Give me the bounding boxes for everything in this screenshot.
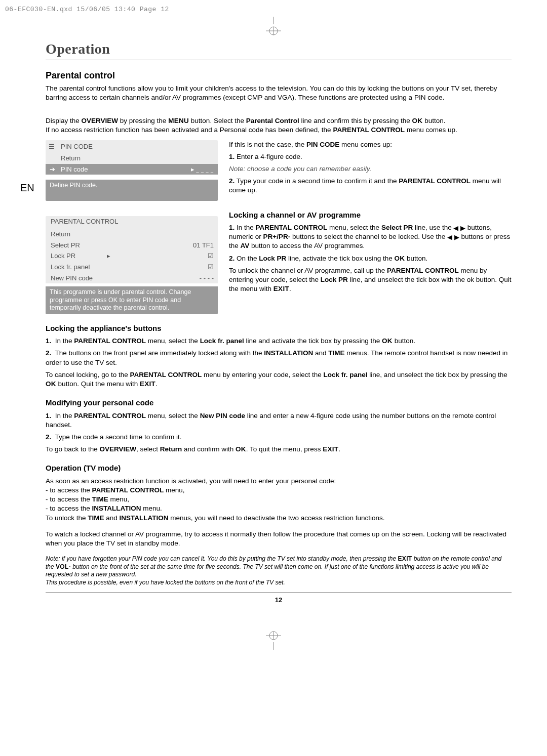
note-remember-code: Note: choose a code you can remember eas… <box>229 164 512 174</box>
list-item: to access the TIME menu, <box>46 495 512 504</box>
step-1: 1. In the PARENTAL CONTROL menu, select … <box>46 337 512 346</box>
watch-locked-text: To watch a locked channel or AV programm… <box>46 530 512 548</box>
osd-item: Lock PR ▸ <box>51 251 110 261</box>
checkbox-icon: ☑ <box>208 251 214 261</box>
osd-info: Define PIN code. <box>46 180 218 192</box>
op-tv-intro: As soon as an access restriction functio… <box>46 477 512 486</box>
osd-item: Return <box>51 230 70 239</box>
checkbox-icon: ☑ <box>208 263 214 272</box>
osd-item: Return <box>61 154 81 163</box>
prepress-slug: 06-EFC030-EN.qxd 15/06/05 13:40 Page 12 <box>0 0 547 14</box>
step-1: 1. Enter a 4-figure code. <box>229 152 512 161</box>
language-tab: EN <box>20 181 34 195</box>
step-2: 2. Type your code in a second time to co… <box>229 177 512 195</box>
osd-parental-control-menu: PARENTAL CONTROL Return Select PR01 TF1 … <box>46 216 218 314</box>
osd-value: - - - - <box>200 274 214 283</box>
crop-mark-bottom <box>0 624 547 650</box>
osd-item: New PIN code <box>51 274 93 283</box>
osd-title: PIN CODE <box>61 143 93 150</box>
subsection-heading: Locking a channel or AV programme <box>229 210 512 220</box>
cancel-locking-text: To cancel locking, go to the PARENTAL CO… <box>46 370 512 389</box>
footnote: Note: if you have forgotten your PIN cod… <box>46 555 512 586</box>
osd-info: This programme is under parental control… <box>46 286 218 314</box>
step-2: 2. The buttons on the front panel are im… <box>46 349 512 367</box>
pin-code-menu-text: If this is not the case, the PIN CODE me… <box>229 140 512 149</box>
step-2: 2. On the Lock PR line, activate the tic… <box>229 254 512 263</box>
access-list: to access the PARENTAL CONTROL menu, to … <box>46 486 512 514</box>
osd-pin-code-menu: ☰PIN CODE Return ➔PIN code▸ _ _ _ _ Defi… <box>46 140 218 201</box>
display-overview-instruction: Display the OVERVIEW by pressing the MEN… <box>46 116 512 125</box>
page-number: 12 <box>46 593 512 605</box>
osd-item: Lock fr. panel <box>51 263 90 272</box>
osd-item: Select PR <box>51 241 80 250</box>
osd-item-selected: PIN code <box>61 165 88 174</box>
unlock-channel-text: To unlock the channel or AV programme, c… <box>229 266 512 294</box>
arrow-right-icon: ➔ <box>50 165 55 174</box>
go-back-text: To go back to the OVERVIEW, select Retur… <box>46 445 512 454</box>
list-item: to access the PARENTAL CONTROL menu, <box>46 486 512 495</box>
unlock-menus-text: To unlock the TIME and INSTALLATION menu… <box>46 514 512 523</box>
no-access-text: If no access restriction function has be… <box>46 125 512 135</box>
step-1: 1. In the PARENTAL CONTROL menu, select … <box>229 223 512 251</box>
intro-paragraph: The parental control functions allow you… <box>46 84 512 102</box>
subsection-heading: Locking the appliance's buttons <box>46 323 512 333</box>
subsection-heading: Modifying your personal code <box>46 398 512 408</box>
osd-value: 01 TF1 <box>193 241 214 250</box>
osd-title: PARENTAL CONTROL <box>51 217 118 226</box>
section-heading: Parental control <box>46 69 512 81</box>
subsection-heading: Operation (TV mode) <box>46 463 512 473</box>
step-1: 1. In the PARENTAL CONTROL menu, select … <box>46 411 512 430</box>
step-2: 2. Type the code a second time to confir… <box>46 433 512 442</box>
list-item: to access the INSTALLATION menu. <box>46 504 512 513</box>
menu-icon: ☰ <box>49 142 55 151</box>
chapter-heading: Operation <box>46 39 512 61</box>
play-icon: ▸ _ _ _ _ <box>191 165 214 174</box>
crop-mark-top <box>0 14 547 39</box>
